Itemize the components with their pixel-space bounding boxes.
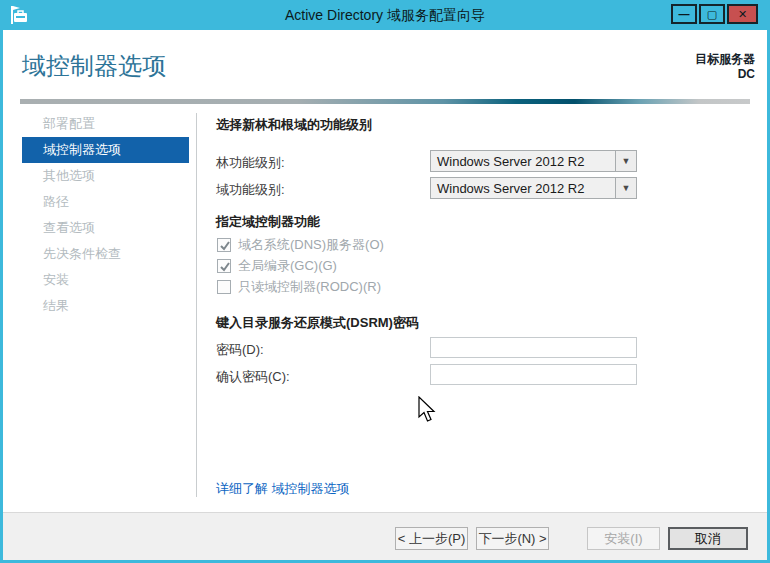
dropdown-arrow-icon[interactable]: ▼ [615,151,636,171]
cancel-button[interactable]: 取消 [668,527,748,550]
window-title: Active Directory 域服务配置向导 [0,7,770,25]
global-catalog-checkbox-label: 全局编录(GC)(G) [238,257,337,275]
learn-more-link[interactable]: 详细了解 域控制器选项 [216,480,350,498]
dsrm-heading: 键入目录服务还原模式(DSRM)密码 [216,314,419,332]
sidebar-item-paths[interactable]: 路径 [22,189,189,215]
domain-level-value: Windows Server 2012 R2 [431,181,615,196]
maximize-button[interactable]: ▢ [699,4,725,24]
dns-server-checkbox-row: 域名系统(DNS)服务器(O) [217,236,384,254]
sidebar-item-prerequisites-check[interactable]: 先决条件检查 [22,241,189,267]
functional-level-heading: 选择新林和根域的功能级别 [216,116,372,134]
sidebar-item-deployment-config[interactable]: 部署配置 [22,111,189,137]
sidebar-item-results[interactable]: 结果 [22,293,189,319]
dropdown-arrow-icon[interactable]: ▼ [615,178,636,198]
password-label: 密码(D): [216,341,264,359]
page-title: 域控制器选项 [22,50,166,82]
wizard-steps-sidebar: 部署配置 域控制器选项 其他选项 路径 查看选项 先决条件检查 安装 结果 [22,111,189,319]
rodc-checkbox-row: 只读域控制器(RODC)(R) [217,278,381,296]
install-button[interactable]: 安装(I) [587,527,660,550]
password-input[interactable] [430,337,637,358]
rodc-checkbox[interactable] [217,280,231,294]
previous-button[interactable]: < 上一步(P) [395,527,468,550]
forest-level-label: 林功能级别: [216,154,285,172]
title-bar[interactable]: Active Directory 域服务配置向导 — ▢ ✕ [0,0,770,30]
confirm-password-label: 确认密码(C): [216,368,290,386]
global-catalog-checkbox[interactable] [217,259,231,273]
sidebar-item-review-options[interactable]: 查看选项 [22,215,189,241]
sidebar-item-domain-controller-options[interactable]: 域控制器选项 [22,137,189,163]
minimize-button[interactable]: — [671,4,697,24]
wizard-window: Active Directory 域服务配置向导 — ▢ ✕ 域控制器选项 目标… [0,0,770,563]
forest-level-dropdown[interactable]: Windows Server 2012 R2 ▼ [430,150,637,172]
capabilities-heading: 指定域控制器功能 [216,213,320,231]
check-icon [218,239,232,253]
domain-level-label: 域功能级别: [216,181,285,199]
check-icon [218,260,232,274]
window-controls: — ▢ ✕ [671,4,758,24]
sidebar-divider [196,113,197,497]
dns-server-checkbox-label: 域名系统(DNS)服务器(O) [238,236,384,254]
sidebar-item-additional-options[interactable]: 其他选项 [22,163,189,189]
domain-level-dropdown[interactable]: Windows Server 2012 R2 ▼ [430,177,637,199]
dns-server-checkbox[interactable] [217,238,231,252]
footer-bar: < 上一步(P) 下一步(N) > 安装(I) 取消 [3,512,767,560]
sidebar-item-installation[interactable]: 安装 [22,267,189,293]
close-button[interactable]: ✕ [727,4,758,24]
global-catalog-checkbox-row: 全局编录(GC)(G) [217,257,337,275]
confirm-password-input[interactable] [430,364,637,385]
rodc-checkbox-label: 只读域控制器(RODC)(R) [238,278,381,296]
forest-level-value: Windows Server 2012 R2 [431,154,615,169]
wizard-body: 域控制器选项 目标服务器 DC 部署配置 域控制器选项 其他选项 路径 查看选项… [3,30,767,560]
next-button[interactable]: 下一步(N) > [476,527,549,550]
